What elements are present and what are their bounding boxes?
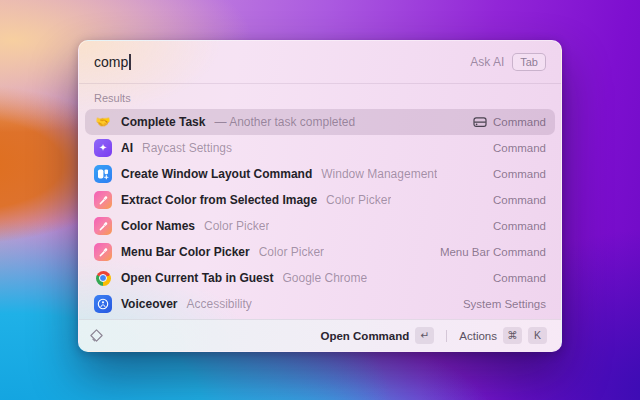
result-title: Voiceover xyxy=(121,297,177,311)
result-type-label: Command xyxy=(493,220,546,232)
result-subtitle: Color Picker xyxy=(259,245,324,259)
result-type-label: Command xyxy=(493,116,546,128)
result-title: AI xyxy=(121,141,133,155)
k-key-icon: K xyxy=(528,327,547,344)
hard-drive-icon xyxy=(473,116,487,128)
raycast-ai-icon: ✦ xyxy=(94,139,112,157)
result-title: Complete Task xyxy=(121,115,205,129)
desktop-wallpaper: comp Ask AI Tab Results 🤝 Complete Task … xyxy=(0,0,640,400)
actions-label: Actions xyxy=(459,330,497,342)
result-subtitle: — Another task completed xyxy=(214,115,355,129)
raycast-window: comp Ask AI Tab Results 🤝 Complete Task … xyxy=(78,40,562,352)
handshake-sticker-icon: 🤝 xyxy=(94,113,112,131)
result-subtitle: Google Chrome xyxy=(282,271,367,285)
color-picker-icon xyxy=(94,217,112,235)
voiceover-icon xyxy=(94,295,112,313)
result-title: Open Current Tab in Guest xyxy=(121,271,273,285)
command-key-icon: ⌘ xyxy=(503,327,522,344)
open-command-button[interactable]: Open Command ↵ xyxy=(316,325,438,346)
result-row[interactable]: Menu Bar Color Picker Color Picker Menu … xyxy=(85,239,555,265)
color-picker-icon xyxy=(94,191,112,209)
results-section-header: Results xyxy=(79,84,561,109)
footer-bar: Open Command ↵ Actions ⌘ K xyxy=(79,319,561,351)
open-command-label: Open Command xyxy=(320,330,409,342)
result-title: Menu Bar Color Picker xyxy=(121,245,250,259)
tab-key-badge: Tab xyxy=(512,53,546,71)
result-row[interactable]: Color Names Color Picker Command xyxy=(85,213,555,239)
raycast-logo-icon xyxy=(89,328,104,343)
results-list: 🤝 Complete Task — Another task completed… xyxy=(79,109,561,319)
result-type-label: Menu Bar Command xyxy=(440,246,546,258)
result-type-label: Command xyxy=(493,168,546,180)
result-type-label: Command xyxy=(493,272,546,284)
ask-ai-label[interactable]: Ask AI xyxy=(470,55,504,69)
result-row[interactable]: 🤝 Complete Task — Another task completed… xyxy=(85,109,555,135)
result-row[interactable]: Extract Color from Selected Image Color … xyxy=(85,187,555,213)
result-title: Create Window Layout Command xyxy=(121,167,312,181)
color-picker-icon xyxy=(94,243,112,261)
result-subtitle: Raycast Settings xyxy=(142,141,232,155)
result-row[interactable]: ✦ AI Raycast Settings Command xyxy=(85,135,555,161)
return-key-icon: ↵ xyxy=(415,327,434,344)
result-row[interactable]: Voiceover Accessibility System Settings xyxy=(85,291,555,317)
result-title: Extract Color from Selected Image xyxy=(121,193,317,207)
result-row[interactable]: Create Window Layout Command Window Mana… xyxy=(85,161,555,187)
result-title: Color Names xyxy=(121,219,195,233)
window-layout-icon xyxy=(94,165,112,183)
result-subtitle: Accessibility xyxy=(186,297,251,311)
search-input[interactable]: comp xyxy=(94,54,128,70)
result-type-label: Command xyxy=(493,142,546,154)
text-caret xyxy=(129,54,131,70)
result-type-label: Command xyxy=(493,194,546,206)
result-subtitle: Window Management xyxy=(321,167,437,181)
search-bar[interactable]: comp Ask AI Tab xyxy=(79,41,561,84)
result-row[interactable]: Open Current Tab in Guest Google Chrome … xyxy=(85,265,555,291)
actions-button[interactable]: Actions ⌘ K xyxy=(455,325,551,346)
footer-divider xyxy=(446,330,447,342)
result-subtitle: Color Picker xyxy=(204,219,269,233)
google-chrome-icon xyxy=(94,269,112,287)
result-subtitle: Color Picker xyxy=(326,193,391,207)
result-type-label: System Settings xyxy=(463,298,546,310)
